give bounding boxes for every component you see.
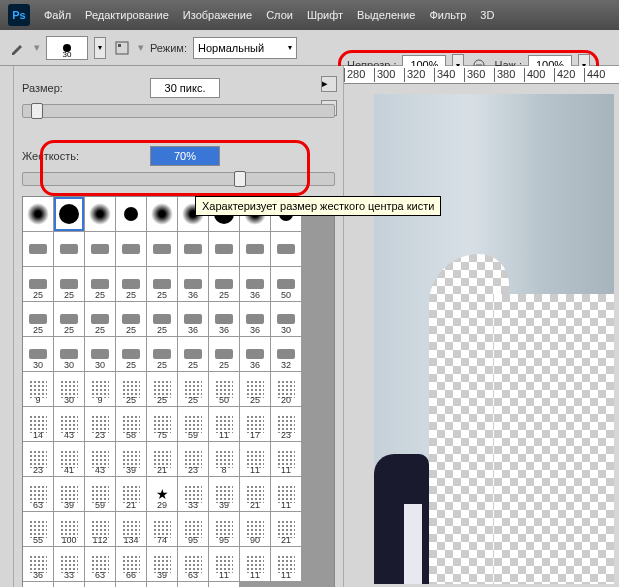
brush-preset[interactable]: 23 xyxy=(271,407,301,441)
brush-tool-icon[interactable] xyxy=(8,38,28,58)
brush-preset[interactable]: 25 xyxy=(116,337,146,371)
brush-preset[interactable]: 95 xyxy=(209,512,239,546)
brush-preset[interactable]: 21 xyxy=(271,512,301,546)
brush-preset[interactable]: 63 xyxy=(23,477,53,511)
brush-preset[interactable]: 39 xyxy=(116,442,146,476)
brush-preset[interactable]: 11 xyxy=(240,442,270,476)
brush-preset[interactable]: 48 xyxy=(23,582,53,587)
panel-flyout-icon[interactable]: ▸ xyxy=(321,76,337,92)
mode-select[interactable]: Нормальный▾ xyxy=(193,37,297,59)
size-slider[interactable] xyxy=(22,104,335,118)
brush-preset[interactable]: 63 xyxy=(85,547,115,581)
brush-preset[interactable]: 21 xyxy=(116,477,146,511)
brush-preset[interactable]: 334 xyxy=(147,582,177,587)
brush-preset[interactable]: 11 xyxy=(240,547,270,581)
brush-preset[interactable]: 25 xyxy=(116,372,146,406)
menu-file[interactable]: Файл xyxy=(38,5,77,25)
brush-preset[interactable]: 55 xyxy=(23,512,53,546)
brush-preset[interactable]: 36 xyxy=(23,547,53,581)
brush-preset[interactable] xyxy=(147,232,177,266)
brush-preset[interactable]: 50 xyxy=(271,267,301,301)
brush-preset[interactable] xyxy=(209,232,239,266)
menu-filter[interactable]: Фильтр xyxy=(423,5,472,25)
brush-preset[interactable]: 58 xyxy=(116,407,146,441)
brush-preset[interactable]: 25 xyxy=(116,267,146,301)
brush-preset[interactable]: 30 xyxy=(54,372,84,406)
brush-preset[interactable]: 9 xyxy=(85,372,115,406)
brush-preset[interactable]: 25 xyxy=(147,302,177,336)
brush-panel-toggle-icon[interactable] xyxy=(112,38,132,58)
brush-preset[interactable] xyxy=(147,197,177,231)
brush-preset[interactable]: 36 xyxy=(178,302,208,336)
brush-preset[interactable]: 21 xyxy=(240,477,270,511)
brush-preset[interactable] xyxy=(116,197,146,231)
brush-preset[interactable]: 30 xyxy=(85,337,115,371)
brush-preset[interactable]: 75 xyxy=(147,407,177,441)
brush-preset[interactable]: 11 xyxy=(271,442,301,476)
brush-preset[interactable] xyxy=(271,232,301,266)
menu-3d[interactable]: 3D xyxy=(474,5,500,25)
brush-preset[interactable]: 39 xyxy=(54,477,84,511)
brush-preset-preview[interactable]: 30 xyxy=(46,36,88,60)
brush-preset[interactable]: 100 xyxy=(116,582,146,587)
brush-preset[interactable]: 354 xyxy=(178,582,208,587)
menu-edit[interactable]: Редактирование xyxy=(79,5,175,25)
brush-preset[interactable]: 36 xyxy=(240,337,270,371)
brush-preset[interactable]: 11 xyxy=(209,407,239,441)
brush-preset[interactable]: 23 xyxy=(85,407,115,441)
brush-preset[interactable]: 36 xyxy=(240,302,270,336)
brush-preset[interactable]: 74 xyxy=(147,512,177,546)
brush-preset[interactable]: 25 xyxy=(147,337,177,371)
brush-preset[interactable]: 25 xyxy=(209,337,239,371)
brush-preset[interactable]: 36 xyxy=(209,302,239,336)
brush-preset[interactable]: 33 xyxy=(178,477,208,511)
brush-preset[interactable]: 36 xyxy=(240,267,270,301)
brush-preset[interactable]: 20 xyxy=(271,372,301,406)
menu-select[interactable]: Выделение xyxy=(351,5,421,25)
brush-preset[interactable]: 66 xyxy=(116,547,146,581)
brush-preset[interactable]: 43 xyxy=(54,407,84,441)
brush-preset[interactable]: 25 xyxy=(178,337,208,371)
brush-preset[interactable] xyxy=(240,232,270,266)
brush-preset[interactable]: 25 xyxy=(116,302,146,336)
brush-preset[interactable]: 36 xyxy=(178,267,208,301)
brush-preset[interactable]: 25 xyxy=(54,302,84,336)
size-input[interactable] xyxy=(150,78,220,98)
brush-preset[interactable] xyxy=(23,232,53,266)
brush-preset[interactable]: 95 xyxy=(178,512,208,546)
brush-preset[interactable]: 55 xyxy=(85,582,115,587)
canvas[interactable] xyxy=(344,84,619,587)
brush-preset[interactable] xyxy=(54,197,84,231)
brush-preset[interactable]: 39 xyxy=(209,477,239,511)
brush-preset[interactable]: 112 xyxy=(85,512,115,546)
brush-preset[interactable]: 25 xyxy=(54,267,84,301)
brush-preset[interactable]: 32 xyxy=(54,582,84,587)
brush-preset[interactable]: 25 xyxy=(147,267,177,301)
brush-preset[interactable]: 21 xyxy=(147,442,177,476)
brush-preset[interactable]: 9 xyxy=(23,372,53,406)
brush-preset[interactable]: 30 xyxy=(23,337,53,371)
brush-preset[interactable]: 59 xyxy=(85,477,115,511)
brush-preset[interactable]: 25 xyxy=(23,267,53,301)
brush-preset[interactable]: 100 xyxy=(54,512,84,546)
brush-preset[interactable] xyxy=(116,232,146,266)
brush-preset[interactable]: 11 xyxy=(209,547,239,581)
brush-preset[interactable]: 25 xyxy=(178,372,208,406)
brush-preset[interactable]: 39 xyxy=(147,547,177,581)
brush-preset[interactable]: 33 xyxy=(54,547,84,581)
brush-preset[interactable]: 23 xyxy=(178,442,208,476)
brush-preset[interactable]: 507 xyxy=(209,582,239,587)
brush-preset[interactable]: ★29 xyxy=(147,477,177,511)
brush-preset[interactable]: 25 xyxy=(209,267,239,301)
brush-preset[interactable] xyxy=(85,197,115,231)
brush-preset[interactable]: 63 xyxy=(178,547,208,581)
brush-preset[interactable]: 32 xyxy=(271,337,301,371)
brush-preset[interactable]: 11 xyxy=(271,477,301,511)
menu-layers[interactable]: Слои xyxy=(260,5,299,25)
brush-preset[interactable]: 41 xyxy=(54,442,84,476)
brush-preset[interactable]: 134 xyxy=(116,512,146,546)
brush-preset[interactable]: 23 xyxy=(23,442,53,476)
brush-preset[interactable] xyxy=(85,232,115,266)
brush-preset[interactable]: 8 xyxy=(209,442,239,476)
brush-preset[interactable] xyxy=(23,197,53,231)
